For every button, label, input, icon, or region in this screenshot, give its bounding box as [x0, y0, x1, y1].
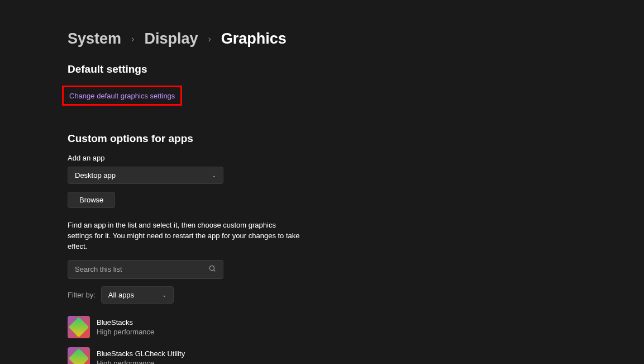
custom-options-title: Custom options for apps [68, 133, 644, 145]
highlighted-box: Change default graphics settings [62, 86, 182, 106]
chevron-right-icon: › [208, 34, 211, 44]
search-icon [208, 264, 216, 274]
add-app-label: Add an app [68, 154, 644, 162]
filter-row: Filter by: All apps ⌄ [68, 286, 644, 304]
breadcrumb-graphics: Graphics [221, 30, 287, 48]
filter-label: Filter by: [68, 291, 96, 299]
app-info: BlueStacks GLCheck Utility High performa… [97, 349, 185, 364]
search-input[interactable] [75, 265, 208, 273]
help-text: Find an app in the list and select it, t… [68, 220, 302, 252]
breadcrumb-system[interactable]: System [68, 30, 121, 48]
svg-point-0 [209, 266, 214, 270]
app-name: BlueStacks GLCheck Utility [97, 349, 185, 358]
chevron-down-icon: ⌄ [212, 172, 216, 178]
breadcrumb-display[interactable]: Display [144, 30, 198, 48]
filter-dropdown[interactable]: All apps ⌄ [101, 286, 174, 304]
app-item-bluestacks-glcheck[interactable]: BlueStacks GLCheck Utility High performa… [68, 343, 644, 364]
app-item-bluestacks[interactable]: BlueStacks High performance [68, 311, 644, 343]
app-icon [68, 316, 90, 338]
app-info: BlueStacks High performance [97, 318, 154, 336]
app-list: BlueStacks High performance BlueStacks G… [68, 311, 644, 364]
search-box[interactable] [68, 260, 223, 278]
app-type-dropdown[interactable]: Desktop app ⌄ [68, 167, 223, 184]
dropdown-value: Desktop app [75, 171, 116, 179]
app-name: BlueStacks [97, 318, 154, 327]
app-icon [68, 347, 90, 364]
chevron-down-icon: ⌄ [162, 292, 166, 298]
change-default-graphics-link[interactable]: Change default graphics settings [69, 92, 175, 100]
filter-value: All apps [108, 291, 134, 299]
default-settings-title: Default settings [68, 63, 644, 75]
browse-button[interactable]: Browse [68, 192, 115, 208]
chevron-right-icon: › [131, 34, 134, 44]
breadcrumb: System › Display › Graphics [68, 30, 644, 48]
app-status: High performance [97, 359, 185, 364]
svg-line-1 [213, 270, 215, 271]
app-status: High performance [97, 328, 154, 336]
